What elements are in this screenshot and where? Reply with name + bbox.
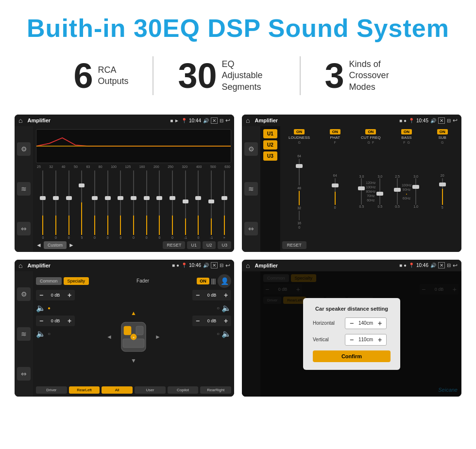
db-fr-plus[interactable]: + — [222, 291, 229, 299]
u2-btn[interactable]: U2 — [203, 241, 216, 249]
tab-specialty[interactable]: Specialty — [64, 277, 89, 285]
horizontal-minus[interactable]: − — [348, 319, 355, 327]
u1-side-btn[interactable]: U1 — [263, 129, 277, 138]
bass-on[interactable]: ON — [401, 129, 412, 134]
amp-side-btn-2[interactable]: ≋ — [244, 182, 258, 196]
slider-8[interactable]: 0 — [128, 170, 140, 239]
arrow-up[interactable]: ▲ — [131, 310, 136, 316]
next-btn[interactable]: ► — [68, 242, 74, 249]
screenshots-grid: ⌂ Amplifier ■ ► 📍 10:44 🔊 ✕ ⊟ ↩ ⚙ ≋ ⇔ — [0, 110, 476, 411]
btn-user[interactable]: User — [135, 386, 166, 394]
slider-10[interactable]: 0 — [153, 170, 166, 239]
slider-15[interactable]: » — [218, 170, 230, 239]
u2-side-btn[interactable]: U2 — [263, 140, 277, 150]
screen3-body: ⚙ ≋ ⇔ Common Specialty Fader ON ||| 👤 − — [15, 271, 234, 397]
home-icon-4[interactable]: ⌂ — [246, 262, 250, 269]
cutfreq-slider[interactable]: 3.0 0.5 120Hz100Hz80kHz70Hz60Hz 3.0 — [359, 144, 383, 239]
fader-side-btn-2[interactable]: ≋ — [17, 327, 31, 341]
screen4-body: Common Specialty − 0 dB + − 0 dB — [242, 271, 461, 397]
screen-amplifier: ⌂ Amplifier ■ ● 📍 10:45 🔊 ✕ ⊟ ↩ ⚙ ≋ ⇔ U1… — [242, 115, 461, 252]
amp-side-btn-1[interactable]: ⚙ — [244, 142, 258, 156]
screen1-body: ⚙ ≋ ⇔ 25 32 40 50 63 8 — [15, 126, 234, 252]
fader-side-btn-3[interactable]: ⇔ — [17, 367, 31, 381]
slider-2[interactable]: 0 — [50, 170, 62, 239]
user-icon-btn[interactable]: 👤 — [218, 274, 231, 288]
btn-all[interactable]: All — [102, 386, 133, 394]
db-fl-plus[interactable]: + — [66, 291, 73, 299]
db-fr-minus[interactable]: − — [194, 291, 201, 299]
db-rr-minus[interactable]: − — [194, 317, 201, 325]
u3-side-btn[interactable]: U3 — [263, 151, 277, 161]
tab-common[interactable]: Common — [36, 277, 62, 285]
sub-on[interactable]: ON — [437, 129, 448, 134]
slider-9[interactable]: 0 — [140, 170, 153, 239]
slider-5[interactable]: 0 — [89, 170, 101, 239]
amp-side-controls: ⚙ ≋ ⇔ — [242, 126, 260, 252]
fader-side-btn-1[interactable]: ⚙ — [17, 287, 31, 301]
horizontal-plus[interactable]: + — [376, 319, 383, 327]
status-icons-3: 📍 10:46 🔊 ✕ ⊟ ↩ — [181, 262, 230, 269]
close-icon-2: ✕ — [438, 117, 445, 124]
db-rl-plus[interactable]: + — [66, 317, 73, 325]
slider-11[interactable]: 0 — [167, 170, 179, 239]
vertical-plus[interactable]: + — [376, 336, 383, 344]
freq-200: 200 — [153, 165, 159, 168]
arrow-down[interactable]: ▼ — [131, 357, 136, 364]
preset-custom[interactable]: Custom — [44, 241, 67, 249]
prev-btn[interactable]: ◄ — [36, 242, 42, 249]
arrow-right[interactable]: ► — [155, 333, 161, 340]
phat-slider[interactable]: 64 0 — [333, 144, 337, 239]
btn-copilot[interactable]: Copilot — [168, 386, 199, 394]
confirm-button[interactable]: Confirm — [313, 350, 391, 362]
eq-btn-2[interactable]: ≋ — [17, 182, 31, 196]
slider-13[interactable]: 0 — [192, 170, 204, 239]
loudness-on[interactable]: ON — [294, 129, 305, 134]
slider-4[interactable]: 5 — [76, 170, 88, 239]
home-icon-2[interactable]: ⌂ — [246, 116, 250, 124]
amp-reset-btn[interactable]: RESET — [282, 241, 306, 249]
btn-rearleft[interactable]: RearLeft — [69, 386, 100, 394]
fader-on-badge[interactable]: ON — [197, 278, 209, 284]
ctrl-cutfreq: ON CUT FREQ G F 3.0 0.5 — [354, 129, 388, 239]
reset-btn[interactable]: RESET — [163, 241, 185, 249]
btn-rearright[interactable]: RearRight — [200, 386, 231, 394]
loudness-slider[interactable]: 64 48 32 16 0 — [297, 144, 301, 239]
eq-sliders-row: 0 0 0 5 0 — [36, 170, 231, 239]
speaker-rr-dot: ○ — [217, 331, 220, 336]
app-title-3: Amplifier — [27, 263, 170, 268]
slider-7[interactable]: 0 — [115, 170, 127, 239]
vertical-minus[interactable]: − — [348, 336, 355, 344]
distance-dialog: Car speaker distance setting Horizontal … — [303, 298, 400, 370]
home-icon-1[interactable]: ⌂ — [18, 116, 22, 124]
db-rl-minus[interactable]: − — [38, 317, 45, 325]
slider-12[interactable]: -1 — [179, 170, 191, 239]
minimize-icon-1: ⊟ — [220, 118, 223, 123]
u1-btn[interactable]: U1 — [187, 241, 201, 249]
cutfreq-on[interactable]: ON — [365, 129, 376, 134]
freq-32: 32 — [49, 165, 53, 168]
db-fl-minus[interactable]: − — [38, 291, 45, 299]
slider-3[interactable]: 0 — [63, 170, 75, 239]
slider-14[interactable]: -1 — [205, 170, 218, 239]
fader-center-row: ◄ — [106, 317, 161, 356]
rec-controls-2: ■ ● — [399, 118, 407, 123]
app-title-4: Amplifier — [255, 263, 397, 268]
db-rr-plus[interactable]: + — [222, 317, 229, 325]
dialog-overlay: Car speaker distance setting Horizontal … — [242, 271, 461, 397]
amp-u-buttons: U1 U2 U3 — [260, 126, 280, 252]
eq-btn-3[interactable]: ⇔ — [17, 222, 31, 235]
eq-btn-1[interactable]: ⚙ — [17, 142, 31, 156]
home-icon-3[interactable]: ⌂ — [18, 262, 22, 269]
close-icon-4: ✕ — [438, 262, 445, 268]
slider-6[interactable]: 0 — [102, 170, 114, 239]
sub-slider[interactable]: 20 5 — [441, 144, 444, 239]
u3-btn[interactable]: U3 — [218, 241, 231, 249]
slider-1[interactable]: 0 — [37, 170, 49, 239]
bass-slider[interactable]: 2.5 0.5 100Hz90Hz•60Hz 3.0 — [395, 144, 418, 239]
amp-side-btn-3[interactable]: ⇔ — [244, 222, 258, 235]
btn-driver[interactable]: Driver — [36, 386, 67, 394]
arrow-left[interactable]: ◄ — [106, 333, 112, 340]
phat-gf: F — [334, 141, 336, 144]
phat-on[interactable]: ON — [330, 129, 340, 134]
db-rr: − 0 dB + — [192, 316, 231, 326]
